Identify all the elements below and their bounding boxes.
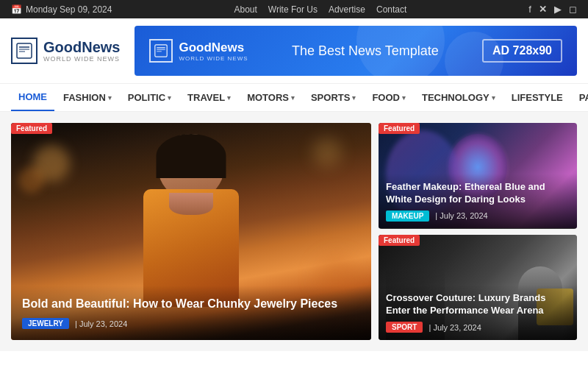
logo-title: GoodNews xyxy=(43,39,120,55)
right-column: Featured Feather Makeup: Ethereal Blue a… xyxy=(379,123,577,340)
small-card-1-meta: MAKEUP | July 23, 2024 xyxy=(386,210,570,222)
advertise-link[interactable]: Advertise xyxy=(329,4,365,15)
nav-pages[interactable]: PAGES▾ xyxy=(572,85,588,110)
featured-badge-large: Featured xyxy=(11,123,52,134)
nav-travel[interactable]: TRAVEL▾ xyxy=(180,85,238,110)
date-text: Monday Sep 09, 2024 xyxy=(26,4,112,15)
site-logo[interactable]: GoodNews WORLD WIDE NEWS xyxy=(11,38,120,64)
large-card-meta: JEWELRY | July 23, 2024 xyxy=(22,318,360,329)
small-card-2-meta: SPORT | July 23, 2024 xyxy=(386,322,570,333)
logo-subtitle: WORLD WIDE NEWS xyxy=(43,55,120,63)
nav-politic[interactable]: POLITIC▾ xyxy=(121,85,179,110)
logo-text: GoodNews WORLD WIDE NEWS xyxy=(43,39,120,63)
social-icons: f ✕ ▶ ◻ xyxy=(528,4,577,15)
write-for-us-link[interactable]: Write For Us xyxy=(268,4,318,15)
ad-logo: GoodNews WORLD WIDE NEWS xyxy=(149,39,248,63)
featured-badge-1: Featured xyxy=(379,123,420,134)
header: GoodNews WORLD WIDE NEWS GoodNews WORLD … xyxy=(0,18,588,84)
nav-food[interactable]: FOOD▾ xyxy=(365,85,413,110)
large-card-overlay: Bold and Beautiful: How to Wear Chunky J… xyxy=(11,286,371,340)
ad-banner: GoodNews WORLD WIDE NEWS The Best News T… xyxy=(135,26,577,76)
tech-caret: ▾ xyxy=(492,94,495,102)
top-bar-date-section: 📅 Monday Sep 09, 2024 xyxy=(11,4,112,15)
small-card-1-title: Feather Makeup: Ethereal Blue and White … xyxy=(386,181,570,206)
top-bar-nav: About Write For Us Advertise Contact xyxy=(234,4,406,15)
top-bar: 📅 Monday Sep 09, 2024 About Write For Us… xyxy=(0,0,588,18)
svg-rect-4 xyxy=(155,45,167,57)
small-card-2-title: Crossover Couture: Luxury Brands Enter t… xyxy=(386,292,570,317)
youtube-icon[interactable]: ▶ xyxy=(554,4,562,15)
large-card-title: Bold and Beautiful: How to Wear Chunky J… xyxy=(22,297,360,312)
contact-link[interactable]: Contact xyxy=(376,4,406,15)
nav-sports[interactable]: SPORTS▾ xyxy=(304,85,363,110)
featured-small-card-1[interactable]: Featured Feather Makeup: Ethereal Blue a… xyxy=(379,123,577,229)
politic-caret: ▾ xyxy=(168,94,171,102)
ad-brand-sub: WORLD WIDE NEWS xyxy=(179,55,248,62)
featured-large-card[interactable]: Featured Bold and Beautiful: How to Wear… xyxy=(11,123,371,340)
main-content: Featured Bold and Beautiful: How to Wear… xyxy=(0,112,588,351)
fashion-caret: ▾ xyxy=(108,94,112,102)
small-card-2-category[interactable]: SPORT xyxy=(386,322,423,333)
small-card-1-date: | July 23, 2024 xyxy=(435,211,487,220)
nav-fashion[interactable]: FASHION▾ xyxy=(56,85,119,110)
facebook-icon[interactable]: f xyxy=(528,4,531,15)
about-link[interactable]: About xyxy=(234,4,257,15)
small-card-1-category[interactable]: MAKEUP xyxy=(386,210,429,222)
large-date: | July 23, 2024 xyxy=(75,319,127,328)
small-card-2-date: | July 23, 2024 xyxy=(429,323,481,332)
calendar-icon: 📅 xyxy=(11,4,22,15)
svg-rect-0 xyxy=(17,43,32,58)
food-caret: ▾ xyxy=(402,94,406,102)
instagram-icon[interactable]: ◻ xyxy=(569,4,577,15)
logo-icon xyxy=(11,38,37,64)
large-category-badge[interactable]: JEWELRY xyxy=(22,318,69,329)
ad-brand-name: GoodNews xyxy=(179,40,248,55)
nav-home[interactable]: HOME xyxy=(11,84,54,111)
small-card-1-overlay: Feather Makeup: Ethereal Blue and White … xyxy=(379,174,577,229)
nav-lifestyle[interactable]: LIFESTYLE xyxy=(504,85,570,110)
small-card-2-overlay: Crossover Couture: Luxury Brands Enter t… xyxy=(379,285,577,340)
nav-motors[interactable]: MOTORS▾ xyxy=(240,85,302,110)
motors-caret: ▾ xyxy=(291,94,295,102)
main-nav: HOME FASHION▾ POLITIC▾ TRAVEL▾ MOTORS▾ S… xyxy=(0,84,588,112)
x-icon[interactable]: ✕ xyxy=(539,4,547,15)
featured-small-card-2[interactable]: Featured Crossover Couture: Luxury Brand… xyxy=(379,235,577,341)
ad-brand-text: GoodNews WORLD WIDE NEWS xyxy=(179,40,248,62)
sports-caret: ▾ xyxy=(352,94,356,102)
travel-caret: ▾ xyxy=(227,94,231,102)
featured-badge-2: Featured xyxy=(379,235,420,246)
nav-technology[interactable]: TECHNOLOGY▾ xyxy=(415,85,503,110)
ad-logo-icon xyxy=(149,39,173,63)
